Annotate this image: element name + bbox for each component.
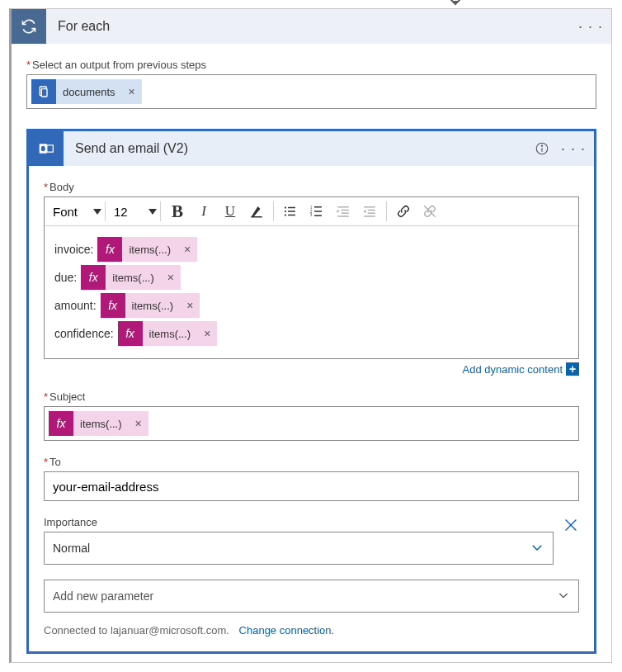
svg-rect-1: [41, 89, 47, 97]
token-remove-icon[interactable]: ×: [197, 321, 217, 346]
rte-content[interactable]: invoice: fx items(...) × due: fx it: [45, 226, 578, 358]
fx-icon: fx: [97, 237, 122, 262]
token-remove-icon[interactable]: ×: [180, 293, 200, 318]
send-email-header[interactable]: Send an email (V2) · · ·: [29, 131, 594, 166]
send-email-body: *Body Font 12 B I U: [29, 166, 594, 651]
token-remove-icon[interactable]: ×: [129, 411, 148, 436]
foreach-icon: [12, 9, 46, 44]
to-label: *To: [44, 456, 579, 468]
select-output-label: *Select an output from previous steps: [26, 59, 596, 71]
svg-rect-22: [342, 210, 349, 211]
subject-label: *Subject: [44, 390, 579, 403]
documents-token[interactable]: documents ×: [31, 79, 142, 104]
chevron-down-icon: [530, 540, 544, 557]
send-email-menu-icon[interactable]: · · ·: [561, 140, 586, 158]
documents-token-remove-icon[interactable]: ×: [122, 79, 142, 104]
fx-icon: fx: [49, 411, 73, 436]
svg-point-9: [285, 206, 286, 208]
font-select[interactable]: Font: [48, 199, 101, 224]
subject-token[interactable]: fx items(...) ×: [49, 411, 148, 436]
add-parameter-select[interactable]: Add new parameter: [44, 580, 579, 613]
info-icon[interactable]: [535, 141, 549, 156]
svg-rect-20: [314, 215, 322, 217]
documents-token-label: documents: [56, 79, 122, 104]
italic-button[interactable]: I: [191, 199, 217, 224]
body-line-invoice: invoice: fx items(...) ×: [54, 236, 568, 263]
outlook-icon: [29, 131, 64, 166]
svg-point-13: [285, 214, 286, 215]
svg-rect-18: [314, 211, 322, 212]
connection-footer: Connected to lajanuar@microsoft.com. Cha…: [44, 624, 579, 637]
svg-rect-24: [337, 215, 349, 217]
body-line-due: due: fx items(...) ×: [54, 264, 568, 291]
svg-point-7: [541, 145, 542, 146]
color-button[interactable]: [243, 199, 270, 224]
svg-rect-28: [368, 213, 375, 215]
body-token-amount[interactable]: fx items(...) ×: [101, 293, 200, 318]
foreach-header[interactable]: For each · · ·: [12, 9, 611, 44]
add-parameter-label: Add new parameter: [53, 589, 153, 603]
link-button[interactable]: [390, 199, 417, 224]
importance-select[interactable]: Normal: [44, 532, 554, 565]
flow-arrow-down: [289, 0, 622, 8]
svg-rect-26: [364, 206, 375, 208]
change-connection-link[interactable]: Change connection.: [239, 624, 335, 637]
body-token-confidence[interactable]: fx items(...) ×: [118, 321, 218, 346]
rte-toolbar: Font 12 B I U: [45, 197, 578, 226]
fx-icon: fx: [101, 293, 125, 318]
remove-importance-icon[interactable]: [562, 516, 580, 539]
svg-rect-10: [288, 207, 295, 209]
add-dynamic-content-row: Add dynamic content +: [44, 362, 579, 376]
svg-rect-14: [288, 215, 295, 216]
svg-point-11: [285, 211, 286, 212]
send-email-title: Send an email (V2): [75, 141, 535, 156]
svg-rect-21: [337, 206, 349, 208]
svg-rect-23: [342, 213, 349, 215]
font-size-select[interactable]: 12: [109, 199, 157, 224]
token-remove-icon[interactable]: ×: [161, 265, 181, 290]
bullet-list-button[interactable]: [277, 199, 304, 224]
svg-rect-3: [47, 145, 54, 152]
foreach-menu-icon[interactable]: · · ·: [578, 18, 603, 35]
svg-rect-12: [288, 211, 295, 212]
body-line-amount: amount: fx items(...) ×: [54, 292, 568, 319]
chevron-down-icon: [557, 589, 570, 604]
unlink-button[interactable]: [417, 199, 443, 224]
add-dynamic-content-link[interactable]: Add dynamic content: [463, 363, 563, 376]
svg-rect-16: [314, 206, 322, 208]
documents-token-icon: [31, 79, 56, 104]
indent-button[interactable]: [356, 199, 383, 224]
svg-rect-8: [251, 216, 262, 218]
foreach-body: *Select an output from previous steps do…: [12, 44, 611, 662]
importance-value: Normal: [53, 542, 90, 555]
foreach-card: For each · · · *Select an output from pr…: [9, 8, 612, 663]
body-line-confidence: confidence: fx items(...) ×: [54, 320, 568, 347]
token-remove-icon[interactable]: ×: [177, 237, 197, 262]
add-dynamic-plus-icon[interactable]: +: [566, 362, 579, 376]
bold-button[interactable]: B: [164, 199, 191, 224]
svg-point-4: [41, 146, 45, 152]
body-token-invoice[interactable]: fx items(...) ×: [97, 237, 197, 262]
numbered-list-button[interactable]: 123: [304, 199, 330, 224]
fx-icon: fx: [118, 321, 143, 346]
svg-rect-29: [364, 215, 375, 217]
svg-marker-30: [364, 210, 366, 214]
body-token-due[interactable]: fx items(...) ×: [81, 265, 181, 290]
underline-button[interactable]: U: [217, 199, 243, 224]
svg-marker-25: [337, 210, 340, 214]
fx-icon: fx: [81, 265, 106, 290]
to-text-input[interactable]: [48, 476, 575, 497]
body-editor: Font 12 B I U: [44, 196, 579, 359]
to-input[interactable]: [44, 471, 579, 501]
send-email-card: Send an email (V2) · · · *Body Font: [26, 129, 596, 654]
subject-input[interactable]: fx items(...) ×: [44, 406, 579, 441]
body-label: *Body: [44, 181, 579, 193]
outdent-button[interactable]: [330, 199, 356, 224]
foreach-title: For each: [58, 19, 578, 34]
svg-rect-27: [368, 210, 375, 211]
select-output-input[interactable]: documents ×: [26, 74, 596, 109]
importance-label: Importance: [44, 516, 554, 528]
svg-text:3: 3: [310, 212, 313, 217]
